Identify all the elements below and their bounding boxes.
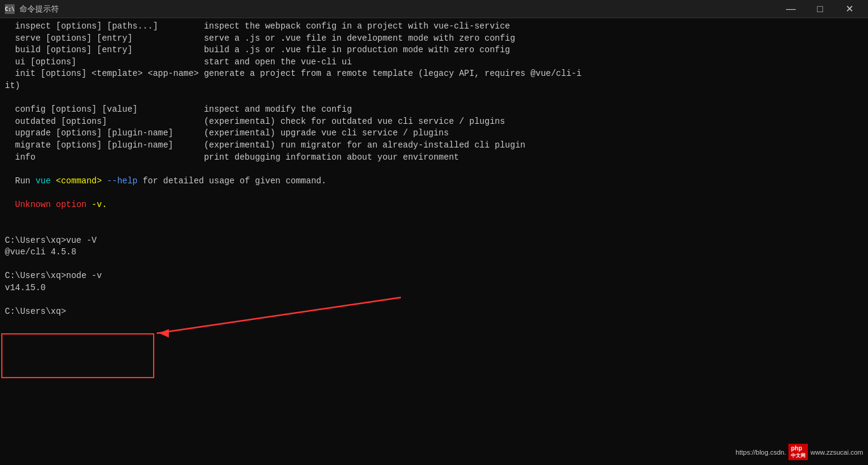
line-migrate: migrate [options] [plugin-name] (experim… xyxy=(5,140,525,150)
line-blank6 xyxy=(5,259,10,269)
line-node-version: v14.15.0 xyxy=(5,283,46,293)
titlebar-title: 命令提示符 xyxy=(19,4,59,15)
line-build: build [options] [entry] build a .js or .… xyxy=(5,45,510,55)
titlebar: C:\ 命令提示符 — □ ✕ xyxy=(0,0,868,18)
highlight-box xyxy=(1,333,154,378)
watermark-logo: php中文网 xyxy=(788,444,808,460)
line-node-cmd: C:\Users\xq>node -v xyxy=(5,271,102,280)
line-blank2 xyxy=(5,164,10,174)
line-vue-version-output: @vue/cli 4.5.8 xyxy=(5,247,77,257)
maximize-button[interactable]: □ xyxy=(806,0,834,18)
line-serve: serve [options] [entry] serve a .js or .… xyxy=(5,33,515,43)
close-button[interactable]: ✕ xyxy=(835,0,863,18)
line-it: it) xyxy=(5,81,20,90)
titlebar-controls: — □ ✕ xyxy=(777,0,863,18)
line-upgrade: upgrade [options] [plugin-name] (experim… xyxy=(5,128,449,138)
line-outdated: outdated [options] (experimental) check … xyxy=(5,117,505,126)
line-init: init [options] <template> <app-name> gen… xyxy=(5,69,581,78)
line-config: config [options] [value] inspect and mod… xyxy=(5,104,352,114)
line-blank7 xyxy=(5,295,10,305)
line-info: info print debugging information about y… xyxy=(5,152,459,162)
line-blank4 xyxy=(5,212,10,222)
watermark: https://blog.csdn. php中文网 www.zzsucai.co… xyxy=(736,444,863,460)
line-inspect: inspect [options] [paths...] inspect the… xyxy=(5,21,510,31)
watermark-url: https://blog.csdn. xyxy=(736,449,786,456)
line-error: Unknown option -v. xyxy=(5,200,107,209)
line-ui: ui [options] start and open the vue-cli … xyxy=(5,57,352,67)
titlebar-left: C:\ 命令提示符 xyxy=(5,4,59,15)
line-blank1 xyxy=(5,93,10,103)
terminal-output: inspect [options] [paths...] inspect the… xyxy=(5,21,863,318)
line-blank5 xyxy=(5,223,10,233)
watermark-url2: www.zzsucai.com xyxy=(810,449,863,456)
svg-marker-1 xyxy=(159,329,169,338)
titlebar-icon: C:\ xyxy=(5,4,15,14)
line-prompt: C:\Users\xq> xyxy=(5,307,66,316)
minimize-button[interactable]: — xyxy=(777,0,805,18)
line-vue-version-cmd: C:\Users\xq>vue -V xyxy=(5,236,97,245)
terminal: inspect [options] [paths...] inspect the… xyxy=(0,18,868,465)
line-blank3 xyxy=(5,188,10,197)
line-run-help: Run vue <command> --help for detailed us… xyxy=(5,176,326,186)
